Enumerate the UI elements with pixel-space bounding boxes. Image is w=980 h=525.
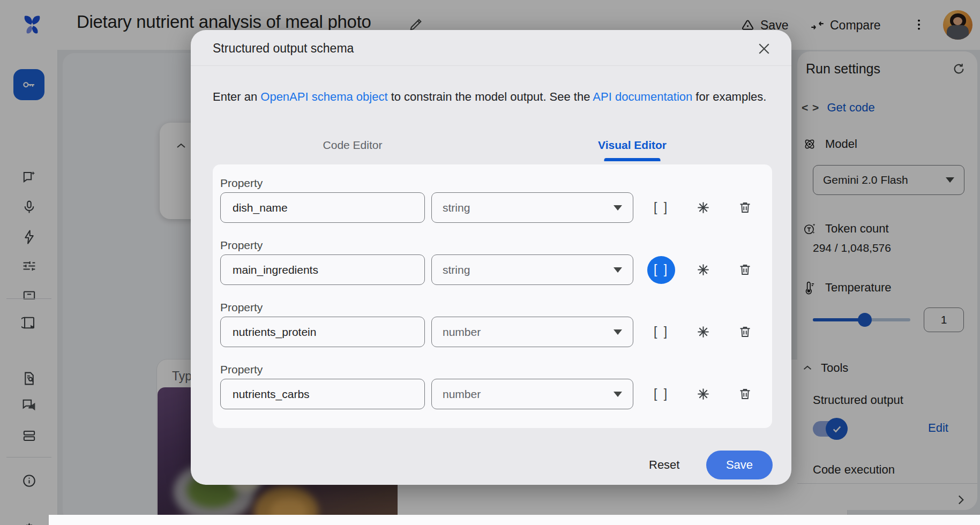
structured-output-schema-dialog: Structured output schema Enter an OpenAP… xyxy=(191,30,791,485)
array-toggle-button[interactable]: [ ] xyxy=(647,380,675,408)
delete-trash-icon xyxy=(738,200,752,215)
required-asterisk-icon xyxy=(696,262,710,277)
desc-text: for examples. xyxy=(692,90,766,103)
required-toggle-button[interactable] xyxy=(689,380,717,408)
required-toggle-button[interactable] xyxy=(689,256,717,284)
delete-property-button[interactable] xyxy=(731,194,759,222)
schema-property-row: string [ ] xyxy=(220,192,772,223)
array-brackets-icon: [ ] xyxy=(654,387,669,401)
property-name-input[interactable] xyxy=(220,317,425,347)
property-type-select[interactable]: string xyxy=(431,254,633,285)
array-brackets-icon: [ ] xyxy=(654,262,669,277)
chevron-down-icon xyxy=(614,205,622,211)
dialog-footer: Reset Save xyxy=(191,451,791,485)
tab-visual-editor[interactable]: Visual Editor xyxy=(492,132,772,159)
property-label: Property xyxy=(220,298,772,317)
editor-tabbar: Code Editor Visual Editor xyxy=(213,132,772,159)
chevron-down-icon xyxy=(614,392,622,397)
openapi-schema-link[interactable]: OpenAPI schema object xyxy=(260,90,387,103)
bottom-strip xyxy=(49,515,980,525)
schema-property-row: number [ ] xyxy=(220,317,772,347)
required-toggle-button[interactable] xyxy=(689,194,717,222)
property-type-value: number xyxy=(443,388,481,401)
tab-code-editor[interactable]: Code Editor xyxy=(213,132,492,159)
delete-property-button[interactable] xyxy=(731,318,759,346)
property-type-value: string xyxy=(443,201,470,214)
delete-property-button[interactable] xyxy=(731,256,759,284)
array-brackets-icon: [ ] xyxy=(654,200,669,215)
dialog-save-button[interactable]: Save xyxy=(706,451,773,479)
delete-trash-icon xyxy=(738,262,752,277)
delete-trash-icon xyxy=(738,387,752,401)
dialog-save-label: Save xyxy=(726,458,753,472)
chevron-down-icon xyxy=(614,267,622,273)
chevron-down-icon xyxy=(614,329,622,335)
delete-property-button[interactable] xyxy=(731,380,759,408)
dialog-description: Enter an OpenAPI schema object to constr… xyxy=(213,90,766,104)
desc-text: Enter an xyxy=(213,90,260,103)
property-label: Property xyxy=(220,174,772,192)
property-label: Property xyxy=(220,236,772,254)
schema-property-row: number [ ] xyxy=(220,379,772,409)
schema-property-row: string [ ] xyxy=(220,254,772,285)
dialog-title: Structured output schema xyxy=(213,41,354,56)
required-toggle-button[interactable] xyxy=(689,318,717,346)
required-asterisk-icon xyxy=(696,200,710,215)
required-asterisk-icon xyxy=(696,325,710,339)
reset-button[interactable]: Reset xyxy=(649,458,679,472)
app-root: Dietary nutrient analysis of meal photo … xyxy=(0,0,980,525)
property-type-select[interactable]: number xyxy=(431,317,633,347)
dialog-header: Structured output schema xyxy=(191,30,791,66)
array-brackets-icon: [ ] xyxy=(654,325,669,339)
array-toggle-button[interactable]: [ ] xyxy=(647,318,675,346)
property-label: Property xyxy=(220,361,772,379)
schema-rows: Property string [ ] Property string [ ] xyxy=(213,164,772,428)
desc-text: to constrain the model output. See the xyxy=(388,90,593,103)
property-name-input[interactable] xyxy=(220,192,425,223)
array-toggle-button[interactable]: [ ] xyxy=(647,256,675,284)
property-type-select[interactable]: string xyxy=(431,192,633,223)
property-type-value: number xyxy=(443,326,481,339)
property-name-input[interactable] xyxy=(220,254,425,285)
property-type-value: string xyxy=(443,264,470,276)
api-documentation-link[interactable]: API documentation xyxy=(593,90,692,103)
close-icon[interactable] xyxy=(756,41,772,57)
property-type-select[interactable]: number xyxy=(431,379,633,409)
property-name-input[interactable] xyxy=(220,379,425,409)
array-toggle-button[interactable]: [ ] xyxy=(647,194,675,222)
required-asterisk-icon xyxy=(696,387,710,401)
delete-trash-icon xyxy=(738,325,752,339)
